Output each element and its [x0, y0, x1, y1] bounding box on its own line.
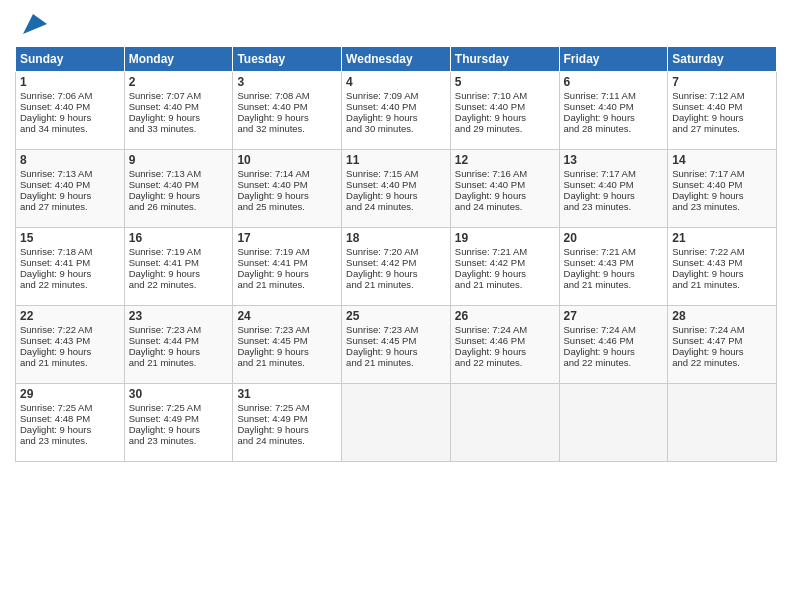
day-info-line: Sunset: 4:40 PM [564, 101, 664, 112]
day-info-line: Sunrise: 7:07 AM [129, 90, 229, 101]
day-info-line: Daylight: 9 hours [237, 424, 337, 435]
day-info-line: Sunrise: 7:12 AM [672, 90, 772, 101]
day-number: 17 [237, 231, 337, 245]
day-info-line: Sunset: 4:40 PM [455, 179, 555, 190]
day-number: 9 [129, 153, 229, 167]
day-info-line: Daylight: 9 hours [346, 268, 446, 279]
day-info-line: Sunset: 4:40 PM [346, 101, 446, 112]
day-info-line: and 21 minutes. [564, 279, 664, 290]
day-info-line: and 22 minutes. [129, 279, 229, 290]
day-info-line: Daylight: 9 hours [672, 268, 772, 279]
week-row-4: 22Sunrise: 7:22 AMSunset: 4:43 PMDayligh… [16, 306, 777, 384]
logo-icon [19, 10, 47, 38]
day-info-line: Sunrise: 7:24 AM [672, 324, 772, 335]
day-number: 24 [237, 309, 337, 323]
day-info-line: Sunrise: 7:24 AM [455, 324, 555, 335]
day-info-line: Sunrise: 7:21 AM [455, 246, 555, 257]
day-info-line: Sunset: 4:42 PM [346, 257, 446, 268]
day-info-line: and 27 minutes. [672, 123, 772, 134]
calendar-cell: 19Sunrise: 7:21 AMSunset: 4:42 PMDayligh… [450, 228, 559, 306]
day-info-line: Daylight: 9 hours [129, 268, 229, 279]
day-info-line: Daylight: 9 hours [237, 112, 337, 123]
day-info-line: Sunrise: 7:14 AM [237, 168, 337, 179]
day-info-line: Sunset: 4:44 PM [129, 335, 229, 346]
day-number: 16 [129, 231, 229, 245]
calendar-cell: 23Sunrise: 7:23 AMSunset: 4:44 PMDayligh… [124, 306, 233, 384]
calendar-cell: 5Sunrise: 7:10 AMSunset: 4:40 PMDaylight… [450, 72, 559, 150]
day-info-line: and 24 minutes. [237, 435, 337, 446]
day-info-line: Daylight: 9 hours [564, 268, 664, 279]
week-row-5: 29Sunrise: 7:25 AMSunset: 4:48 PMDayligh… [16, 384, 777, 462]
day-info-line: Sunrise: 7:13 AM [20, 168, 120, 179]
day-info-line: Sunset: 4:40 PM [237, 179, 337, 190]
calendar-cell: 29Sunrise: 7:25 AMSunset: 4:48 PMDayligh… [16, 384, 125, 462]
day-info-line: Daylight: 9 hours [20, 112, 120, 123]
day-info-line: Sunset: 4:40 PM [237, 101, 337, 112]
day-info-line: and 21 minutes. [346, 357, 446, 368]
day-info-line: and 34 minutes. [20, 123, 120, 134]
calendar-cell: 18Sunrise: 7:20 AMSunset: 4:42 PMDayligh… [342, 228, 451, 306]
day-info-line: Sunrise: 7:15 AM [346, 168, 446, 179]
day-info-line: Sunset: 4:43 PM [672, 257, 772, 268]
day-info-line: and 21 minutes. [129, 357, 229, 368]
day-number: 10 [237, 153, 337, 167]
day-info-line: Sunrise: 7:17 AM [672, 168, 772, 179]
header [15, 10, 777, 38]
day-info-line: Daylight: 9 hours [455, 268, 555, 279]
day-info-line: Sunset: 4:40 PM [346, 179, 446, 190]
day-info-line: Daylight: 9 hours [237, 268, 337, 279]
day-info-line: Sunrise: 7:16 AM [455, 168, 555, 179]
day-info-line: Sunrise: 7:25 AM [237, 402, 337, 413]
day-number: 4 [346, 75, 446, 89]
calendar-cell: 3Sunrise: 7:08 AMSunset: 4:40 PMDaylight… [233, 72, 342, 150]
day-number: 13 [564, 153, 664, 167]
calendar-cell: 21Sunrise: 7:22 AMSunset: 4:43 PMDayligh… [668, 228, 777, 306]
day-info-line: and 22 minutes. [20, 279, 120, 290]
day-info-line: Sunset: 4:43 PM [20, 335, 120, 346]
day-info-line: and 23 minutes. [672, 201, 772, 212]
day-info-line: and 25 minutes. [237, 201, 337, 212]
day-info-line: Sunrise: 7:18 AM [20, 246, 120, 257]
day-info-line: and 29 minutes. [455, 123, 555, 134]
calendar-cell: 30Sunrise: 7:25 AMSunset: 4:49 PMDayligh… [124, 384, 233, 462]
day-info-line: Sunrise: 7:19 AM [237, 246, 337, 257]
day-number: 21 [672, 231, 772, 245]
calendar-cell: 2Sunrise: 7:07 AMSunset: 4:40 PMDaylight… [124, 72, 233, 150]
calendar-header-sunday: Sunday [16, 47, 125, 72]
day-info-line: Sunrise: 7:20 AM [346, 246, 446, 257]
day-info-line: and 22 minutes. [455, 357, 555, 368]
calendar-cell [668, 384, 777, 462]
logo [15, 10, 47, 38]
day-info-line: Sunrise: 7:11 AM [564, 90, 664, 101]
day-info-line: Sunrise: 7:23 AM [346, 324, 446, 335]
day-info-line: Sunset: 4:40 PM [129, 179, 229, 190]
day-info-line: and 21 minutes. [237, 357, 337, 368]
day-info-line: Daylight: 9 hours [346, 346, 446, 357]
day-info-line: and 23 minutes. [20, 435, 120, 446]
day-info-line: Sunrise: 7:23 AM [237, 324, 337, 335]
day-info-line: Sunset: 4:48 PM [20, 413, 120, 424]
day-info-line: Sunrise: 7:23 AM [129, 324, 229, 335]
day-info-line: Sunset: 4:40 PM [672, 101, 772, 112]
day-info-line: Daylight: 9 hours [129, 424, 229, 435]
day-info-line: Daylight: 9 hours [20, 268, 120, 279]
day-number: 7 [672, 75, 772, 89]
day-info-line: and 32 minutes. [237, 123, 337, 134]
calendar-cell [559, 384, 668, 462]
calendar-cell: 10Sunrise: 7:14 AMSunset: 4:40 PMDayligh… [233, 150, 342, 228]
day-info-line: Sunset: 4:40 PM [129, 101, 229, 112]
day-info-line: Daylight: 9 hours [20, 346, 120, 357]
day-info-line: Daylight: 9 hours [455, 346, 555, 357]
day-info-line: and 24 minutes. [346, 201, 446, 212]
day-info-line: and 22 minutes. [672, 357, 772, 368]
day-info-line: Sunrise: 7:24 AM [564, 324, 664, 335]
day-number: 29 [20, 387, 120, 401]
calendar-header-thursday: Thursday [450, 47, 559, 72]
day-info-line: and 24 minutes. [455, 201, 555, 212]
day-info-line: Sunset: 4:43 PM [564, 257, 664, 268]
day-info-line: Sunrise: 7:09 AM [346, 90, 446, 101]
day-info-line: Daylight: 9 hours [129, 112, 229, 123]
day-info-line: and 21 minutes. [672, 279, 772, 290]
calendar-table: SundayMondayTuesdayWednesdayThursdayFrid… [15, 46, 777, 462]
day-info-line: Daylight: 9 hours [20, 190, 120, 201]
